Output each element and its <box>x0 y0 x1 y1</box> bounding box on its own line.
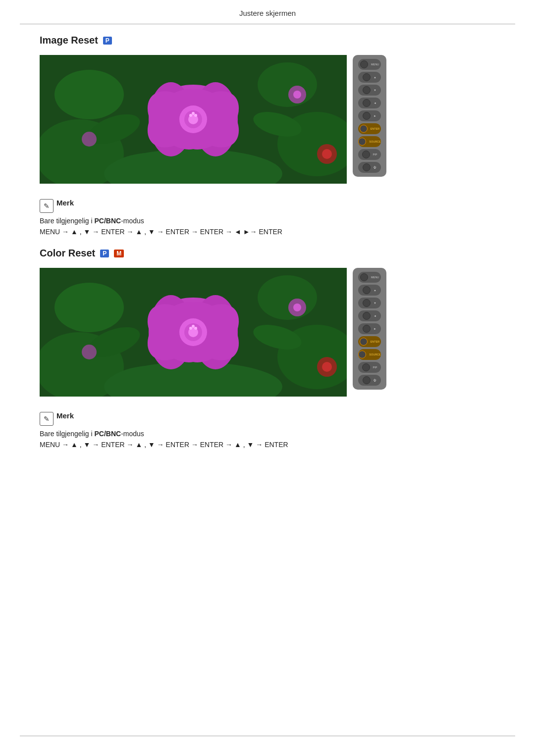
svg-point-32 <box>54 283 124 332</box>
svg-point-48 <box>189 327 192 330</box>
rc-up-btn: ▲ <box>358 72 381 83</box>
remote-control-2: MENU ▲ ▼ ◄ ► <box>353 268 386 390</box>
rc-source-btn: SOURCE <box>358 136 381 147</box>
rc-pip-btn: PIP <box>358 149 381 160</box>
svg-point-49 <box>194 327 197 330</box>
rc-circle <box>363 112 371 120</box>
svg-point-55 <box>322 362 332 372</box>
remote-control-1: MENU ▲ ▼ ◄ <box>353 55 386 177</box>
image-reset-menu-path: MENU → ▲ , ▼ → ENTER → ▲ , ▼ → ENTER → E… <box>40 228 495 236</box>
bottom-border <box>20 736 515 736</box>
rc-circle <box>358 138 366 146</box>
rc2-down-btn: ▼ <box>358 298 381 308</box>
note-title-1: Merk <box>56 199 74 207</box>
rc-circle <box>358 351 366 358</box>
color-reset-section: Color Reset P M <box>40 248 495 449</box>
note-icon-2: ✎ <box>40 412 54 426</box>
svg-point-33 <box>258 275 317 320</box>
rc-enter-circle <box>360 338 368 346</box>
rc-circle <box>362 363 370 371</box>
rc-circle <box>363 312 371 320</box>
color-reset-illustration: MENU ▲ ▼ ◄ ► <box>40 268 495 397</box>
rc-circle <box>363 299 371 307</box>
rc-down-btn: ▼ <box>358 85 381 96</box>
image-reset-section: Image Reset P <box>40 35 495 236</box>
image-reset-note: ✎ Merk <box>40 199 495 213</box>
badge-p-color: P <box>100 250 109 257</box>
rc2-power-btn: ⏻ <box>358 375 381 386</box>
rc-circle <box>363 163 371 171</box>
svg-point-4 <box>54 70 124 119</box>
color-reset-note-text: Bare tilgjengelig i PC/BNC-modus <box>40 430 495 438</box>
image-reset-note-text: Bare tilgjengelig i PC/BNC-modus <box>40 217 495 225</box>
rc-circle <box>363 86 371 94</box>
rc-right-btn: ► <box>358 110 381 121</box>
flower-image-1 <box>40 55 347 184</box>
flower-image-2 <box>40 268 347 397</box>
rc-left-btn: ◄ <box>358 98 381 108</box>
note-title-2: Merk <box>56 411 74 420</box>
rc2-source-btn: SOURCE <box>358 349 381 360</box>
rc-menu-label: MENU <box>371 63 379 66</box>
rc-menu-btn: MENU <box>358 59 381 70</box>
top-border <box>20 24 515 24</box>
note-icon-1: ✎ <box>40 199 54 213</box>
rc-circle <box>363 73 371 81</box>
svg-point-5 <box>258 62 317 107</box>
svg-point-24 <box>293 91 301 99</box>
rc-enter-circle <box>360 125 368 133</box>
svg-point-22 <box>192 112 195 115</box>
rc-enter-btn: ENTER <box>358 123 381 134</box>
rc-circle <box>363 286 371 294</box>
rc-circle <box>363 325 371 333</box>
color-reset-menu-path: MENU → ▲ , ▼ → ENTER → ▲ , ▼ → ENTER → E… <box>40 441 495 449</box>
rc2-up-btn: ▲ <box>358 285 381 296</box>
svg-point-53 <box>82 345 97 359</box>
badge-m-color: M <box>114 250 124 257</box>
rc-power-btn: ⏻ <box>358 162 381 173</box>
rc-circle <box>363 99 371 107</box>
svg-point-25 <box>82 132 97 147</box>
rc2-menu-btn: MENU <box>358 272 381 283</box>
rc-circle <box>360 273 368 281</box>
rc2-pip-btn: PIP <box>358 362 381 373</box>
svg-point-20 <box>189 114 192 117</box>
rc-circle <box>360 60 368 68</box>
image-reset-title: Image Reset P <box>40 35 495 46</box>
svg-point-21 <box>194 114 197 117</box>
color-reset-note: ✎ Merk <box>40 411 495 426</box>
rc-circle <box>363 376 371 384</box>
image-reset-illustration: MENU ▲ ▼ ◄ <box>40 55 495 184</box>
svg-point-50 <box>192 325 195 328</box>
color-reset-title: Color Reset P M <box>40 248 495 259</box>
badge-p-image: P <box>103 37 112 45</box>
svg-point-27 <box>322 149 332 159</box>
rc2-right-btn: ► <box>358 323 381 334</box>
rc-circle <box>362 151 370 158</box>
rc2-enter-btn: ENTER <box>358 336 381 347</box>
page-title: Justere skjermen <box>0 9 535 17</box>
rc2-left-btn: ◄ <box>358 310 381 321</box>
svg-point-52 <box>293 303 301 311</box>
